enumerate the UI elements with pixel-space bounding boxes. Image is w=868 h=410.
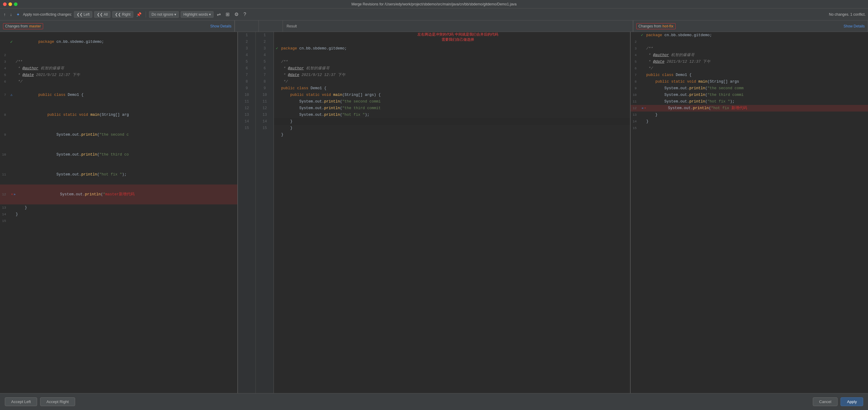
right-line-1: ✓ package cn.bb.sbdemo.gitdemo;	[631, 32, 868, 39]
right-header-label: Changes from	[639, 24, 661, 28]
apply-left-button[interactable]: ❮❮ Left	[74, 11, 92, 18]
left-line-2: 2	[0, 52, 237, 59]
left-line-10: 10 System.out.println("the third co	[0, 145, 237, 165]
status-text: No changes. 1 conflict.	[829, 12, 866, 17]
window-title: Merge Revisions for /Users/edy/work/proj…	[351, 2, 517, 6]
accept-left-button[interactable]: Accept Left	[5, 397, 37, 406]
right-line-6: 6 */	[631, 65, 868, 72]
panel-headers: Changes from master Show Details Result …	[0, 21, 868, 32]
left-line-12-conflict: 12 × » System.out.println("master新增代码	[0, 185, 237, 204]
right-line-15: 15	[631, 125, 868, 131]
right-line-14: 14 }	[631, 118, 868, 125]
left-line-3: 3 /**	[0, 59, 237, 65]
align-icon-button[interactable]: ⇌	[215, 11, 222, 18]
center-line-15	[274, 138, 630, 145]
right-show-details[interactable]: Show Details	[843, 24, 865, 28]
separator-1	[146, 11, 146, 18]
left-line-6: 6 */	[0, 78, 237, 85]
right-header-label-border: Changes from hot-fix	[637, 23, 676, 29]
left-line-7: 7 △ public class Demo1 {	[0, 85, 237, 105]
left-line-8: 8 public static void main(String[] arg	[0, 105, 237, 125]
magic-wand-button[interactable]: ✦	[15, 11, 21, 18]
left-line-9: 9 System.out.println("the second c	[0, 125, 237, 145]
apply-right-button[interactable]: ❮❮ Right	[112, 11, 133, 18]
right-line-4: 4 * @author 机智的爆爆哥	[631, 52, 868, 59]
center-line-10: System.out.println("the third commit	[274, 105, 630, 112]
center-line-14: }	[274, 131, 630, 138]
right-line-5: 5 * @date 2021/9/12 12:37 下午	[631, 59, 868, 65]
next-conflict-button[interactable]: ↓	[9, 11, 13, 18]
result-label: Result	[286, 24, 297, 28]
center-line-1: ✓ package cn.bb.sbdemo.gitdemo;	[274, 45, 630, 52]
center-line-8: public static void main(String[] args) {	[274, 92, 630, 98]
left-line-1: ✓ package cn.bb.sbdemo.gitdemo;	[0, 32, 237, 52]
apply-non-conflicting-label: Apply non-conflicting changes:	[23, 12, 72, 17]
prev-conflict-button[interactable]: ↑	[2, 11, 7, 18]
center-line-12: }	[274, 118, 630, 125]
center-line-5: * @date 2021/9/12 12:37 下午	[274, 72, 630, 78]
main-content: Changes from master Show Details Result …	[0, 21, 868, 393]
right-conflict-x[interactable]: ×	[644, 105, 646, 112]
left-line-15: 15	[0, 218, 237, 224]
center-result-header: Result 左右两边是冲突的代码 中间就是我们合并后的代码 需要我们自己做选择	[283, 21, 633, 32]
center-line-13: }	[274, 125, 630, 131]
center-line-3: /**	[274, 59, 630, 65]
panels-area: ✓ package cn.bb.sbdemo.gitdemo; 2 3 /** …	[0, 32, 868, 393]
right-line-8: 8 public static void main(String[] args	[631, 78, 868, 85]
center-line-2	[274, 52, 630, 59]
ignore-dropdown[interactable]: Do not ignore ▾	[149, 11, 179, 18]
right-line-9: 9 System.out.println("the second comm	[631, 85, 868, 92]
left-line-5: 5 * @date 2021/9/12 12:37 下午	[0, 72, 237, 78]
center-line-11: System.out.println("hot fix ");	[274, 112, 630, 118]
center-line-7: public class Demo1 {	[274, 85, 630, 92]
footer: Accept Left Accept Right Cancel Apply	[0, 393, 868, 410]
maximize-button[interactable]	[14, 2, 18, 6]
left-conflict-arrow[interactable]: »	[13, 191, 16, 198]
settings-button[interactable]: ⚙	[233, 11, 240, 18]
left-header-label: Changes from	[5, 24, 28, 28]
left-editor-panel[interactable]: ✓ package cn.bb.sbdemo.gitdemo; 2 3 /** …	[0, 32, 238, 393]
right-header-bold: hot-fix	[662, 24, 674, 28]
left-header-bold: master	[29, 24, 41, 28]
left-header-label-border: Changes from master	[3, 23, 43, 29]
apply-button[interactable]: Apply	[841, 397, 863, 406]
right-conflict-left-arrow[interactable]: «	[642, 105, 644, 112]
left-line-14: 14 }	[0, 211, 237, 218]
left-line-11: 11 System.out.println("hot fix ");	[0, 165, 237, 185]
center-line-4: * @author 机智的爆爆哥	[274, 65, 630, 72]
center-left-numbers: 1 2 3 4 5 6 7 8 9 10 11 12 13 14 15	[238, 32, 256, 393]
center-right-numbers: 1 2 3 4 5 6 7 8 9 10 11 12 13 14 15	[256, 32, 274, 393]
minimize-button[interactable]	[8, 2, 12, 6]
right-line-13: 13 }	[631, 112, 868, 118]
center-line-nums-left-header	[235, 21, 259, 32]
right-line-3: 3 /**	[631, 45, 868, 52]
right-panel-header: Changes from hot-fix Show Details	[633, 21, 868, 32]
window-controls	[3, 2, 18, 6]
toolbar: ↑ ↓ ✦ Apply non-conflicting changes: ❮❮ …	[0, 8, 868, 21]
left-line-4: 4 * @author 机智的爆爆哥	[0, 65, 237, 72]
left-show-details[interactable]: Show Details	[210, 24, 231, 28]
left-line-13: 13 }	[0, 204, 237, 211]
help-button[interactable]: ?	[242, 11, 248, 18]
right-line-12-conflict: 12 « × System.out.println("hot fix 新增代码	[631, 105, 868, 112]
right-line-7: 7 public class Demo1 {	[631, 72, 868, 78]
accept-right-button[interactable]: Accept Right	[40, 397, 75, 406]
left-gutter-1: ✓	[8, 39, 14, 45]
center-result-panel[interactable]: ✓ package cn.bb.sbdemo.gitdemo; /** * @a…	[274, 32, 630, 393]
right-line-11: 11 System.out.println("hot fix ");	[631, 98, 868, 105]
pin-button[interactable]: 📌	[135, 11, 143, 18]
apply-all-button[interactable]: ❮❮ All	[94, 11, 111, 18]
highlight-words-button[interactable]: Highlight words ▾	[181, 11, 214, 18]
columns-icon-button[interactable]: ⊞	[224, 11, 231, 18]
cancel-button[interactable]: Cancel	[813, 397, 838, 406]
left-panel-header: Changes from master Show Details	[0, 21, 235, 32]
close-button[interactable]	[3, 2, 7, 6]
center-line-nums-right-header	[259, 21, 283, 32]
titlebar: Merge Revisions for /Users/edy/work/proj…	[0, 0, 868, 8]
left-conflict-x[interactable]: ×	[11, 191, 13, 198]
right-line-10: 10 System.out.println("the third commi	[631, 92, 868, 98]
right-editor-panel[interactable]: ✓ package cn.bb.sbdemo.gitdemo; 2 3 /** …	[630, 32, 868, 393]
center-line-6: */	[274, 78, 630, 85]
center-line-9: System.out.println("the second commi	[274, 98, 630, 105]
right-line-2: 2	[631, 39, 868, 45]
